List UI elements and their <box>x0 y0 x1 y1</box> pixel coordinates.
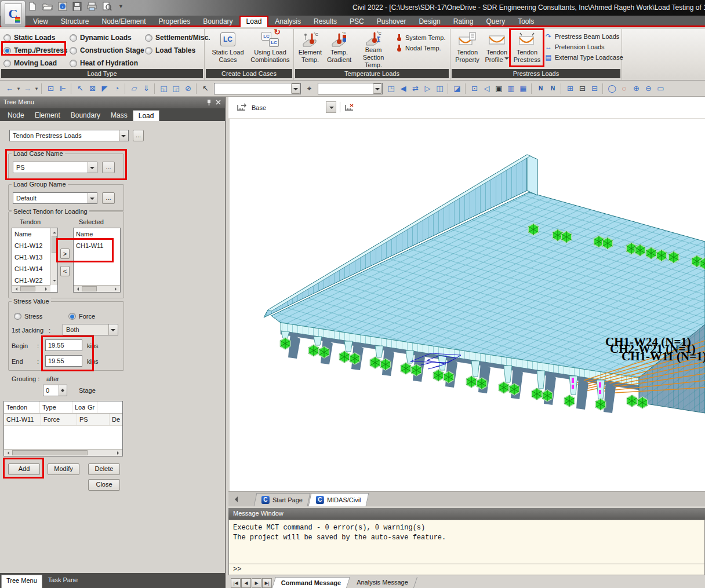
model-viewport[interactable]: CH1-W24 (N=1) CH2-W21 (N=1) CH1-W11 (N=1… <box>230 119 705 491</box>
tree-panel-tab[interactable]: Load <box>133 110 160 121</box>
toolbar-icon[interactable]: N <box>535 82 547 94</box>
toolbar-icon[interactable]: ↖ <box>199 82 212 94</box>
toolbar-icon[interactable] <box>196 83 198 94</box>
toolbar-icon[interactable]: ⊠ <box>86 82 99 94</box>
prestress-small-button[interactable]: ↷ Prestress Beam Loads <box>544 32 623 41</box>
new-file-icon[interactable] <box>28 2 37 11</box>
toolbar-icon[interactable]: ⇄ <box>409 82 421 94</box>
table-header-cell[interactable]: Gr <box>85 401 97 413</box>
ribbon-tab[interactable]: Design <box>412 16 446 27</box>
ribbon-tab[interactable]: Analysis <box>268 16 307 27</box>
ribbon-tab[interactable]: Structure <box>54 16 96 27</box>
toolbar-icon[interactable]: ◲ <box>170 82 182 94</box>
temp-small-button[interactable]: System Temp. <box>395 34 446 42</box>
toolbar-icon[interactable]: ▦ <box>517 82 529 94</box>
toolbar-icon[interactable] <box>154 83 156 94</box>
tab-start-page[interactable]: C Start Page <box>254 493 311 506</box>
ribbon-tab[interactable]: Boundary <box>197 16 239 27</box>
toolbar-icon[interactable] <box>602 83 604 94</box>
load-type-radio[interactable]: Static Loads <box>3 31 68 44</box>
toolbar-combobox-2[interactable] <box>318 83 383 94</box>
move-left-button[interactable]: < <box>60 266 70 276</box>
tendon-prestress-button[interactable]: Tendon Prestress <box>512 30 542 68</box>
modify-button[interactable]: Modify <box>48 463 79 475</box>
load-category-combobox[interactable]: Tendon Prestress Loads <box>9 130 129 141</box>
ribbon-tab[interactable]: Results <box>307 16 343 27</box>
move-right-button[interactable]: > <box>60 249 70 259</box>
toolbar-icon[interactable]: ⊘ <box>182 82 194 94</box>
element-temp-button[interactable]: °C Element Temp. <box>296 30 324 68</box>
load-type-radio[interactable]: Construction Stage <box>70 44 144 57</box>
toolbar-icon[interactable]: ▣ <box>493 82 505 94</box>
message-tab[interactable]: Analysis Message <box>348 577 417 588</box>
print-preview-icon[interactable] <box>102 2 112 11</box>
toolbar-icon[interactable] <box>448 83 449 94</box>
force-radio[interactable]: Force <box>68 310 95 323</box>
load-group-combobox[interactable]: Default <box>13 192 97 204</box>
toolbar-icon[interactable]: ▭ <box>655 82 667 94</box>
toolbar-icon[interactable]: ⊩ <box>57 82 69 94</box>
load-type-radio[interactable]: Settlement/Misc. <box>145 31 205 44</box>
toolbar-icon[interactable]: ▥ <box>505 82 517 94</box>
jacking-combobox[interactable]: Both <box>63 324 118 335</box>
toolbar-icon[interactable]: ⊖ <box>642 82 655 94</box>
message-nav-button[interactable]: |◀ <box>231 578 241 588</box>
snap-icon[interactable]: ⌖ <box>303 82 315 94</box>
toolbar-icon[interactable]: ⇓ <box>140 82 152 94</box>
toolbar-icon[interactable]: ⊕ <box>630 82 642 94</box>
horizontal-scrollbar[interactable] <box>4 449 122 456</box>
ribbon-tab[interactable]: Rating <box>447 16 480 27</box>
prestress-small-button[interactable]: ↔ Pretension Loads <box>544 43 623 51</box>
open-file-icon[interactable] <box>42 2 53 11</box>
close-icon[interactable] <box>215 99 221 105</box>
toolbar-icon[interactable]: ◳ <box>385 82 397 94</box>
close-button[interactable]: Close <box>88 479 120 491</box>
toolbar-icon[interactable] <box>71 83 72 94</box>
toolbar-combobox[interactable] <box>214 83 301 94</box>
tendon-available-list[interactable]: Name CH1-W12CH1-W13CH1-W14CH1-W22 <box>12 228 58 293</box>
tree-panel-tab[interactable]: Mass <box>106 110 133 121</box>
panel-bottom-tab[interactable]: Tree Menu <box>1 575 42 588</box>
tab-scroll-left-icon[interactable] <box>232 496 238 502</box>
message-window-body[interactable]: Execute MCT command - 0 error(s), 0 warn… <box>228 520 705 564</box>
load-type-radio[interactable]: Load Tables <box>145 44 205 57</box>
tree-panel-tab[interactable]: Element <box>30 110 66 121</box>
temp-gradient-button[interactable]: °C Temp. Gradient <box>325 30 353 68</box>
stage-dropdown-button[interactable] <box>326 101 336 113</box>
command-prompt[interactable]: >> <box>228 564 705 575</box>
toolbar-icon[interactable]: ⊞ <box>564 82 576 94</box>
toolbar-icon[interactable]: ↖ <box>74 82 86 94</box>
add-button[interactable]: Add <box>8 463 40 475</box>
toolbar-icon[interactable]: ← <box>3 82 16 94</box>
tendon-selected-list[interactable]: Name CH1-W11 <box>73 228 121 293</box>
load-type-radio[interactable]: Moving Load <box>3 57 68 70</box>
ribbon-tab[interactable]: Query <box>479 16 511 27</box>
message-nav-button[interactable]: ◀ <box>241 578 251 588</box>
load-case-combobox[interactable]: PS <box>13 162 97 173</box>
toolbar-icon[interactable] <box>41 83 43 94</box>
tendon-load-table[interactable]: TendonTypeLoad C...Gr CH1-W11 Force PS D… <box>3 401 123 456</box>
toolbar-icon[interactable] <box>465 83 467 94</box>
qat-dropdown-icon[interactable]: ▼ <box>118 3 123 9</box>
beam-section-temp-button[interactable]: °C Beam Section Temp. <box>354 30 393 68</box>
toolbar-icon[interactable]: ◔ <box>111 82 123 94</box>
pin-icon[interactable] <box>206 99 212 106</box>
load-group-browse-button[interactable]: ... <box>102 192 115 204</box>
using-load-combinations-button[interactable]: LCLC↻ Using Load Combinations <box>249 30 292 68</box>
ribbon-tab[interactable]: Properties <box>152 16 197 27</box>
toolbar-icon[interactable]: ◪ <box>451 82 463 94</box>
tree-panel-tab[interactable]: Boundary <box>66 110 106 121</box>
ribbon-tab[interactable]: Node/Element <box>95 16 152 27</box>
ribbon-tab[interactable]: Tools <box>511 16 540 27</box>
toolbar-icon[interactable]: ◤ <box>99 82 111 94</box>
print-icon[interactable] <box>87 2 97 11</box>
ribbon-tab[interactable]: View <box>27 16 54 27</box>
toolbar-icon[interactable]: ⊟ <box>588 82 601 94</box>
stress-radio[interactable]: Stress <box>14 310 42 323</box>
delete-button[interactable]: Delete <box>88 463 120 475</box>
load-type-radio[interactable]: Heat of Hydration <box>70 57 144 70</box>
browse-button[interactable]: ... <box>133 130 144 141</box>
temp-small-button[interactable]: Nodal Temp. <box>395 44 446 52</box>
toolbar-icon[interactable]: ◌ <box>618 82 630 94</box>
toolbar-icon[interactable]: ◱ <box>158 82 170 94</box>
